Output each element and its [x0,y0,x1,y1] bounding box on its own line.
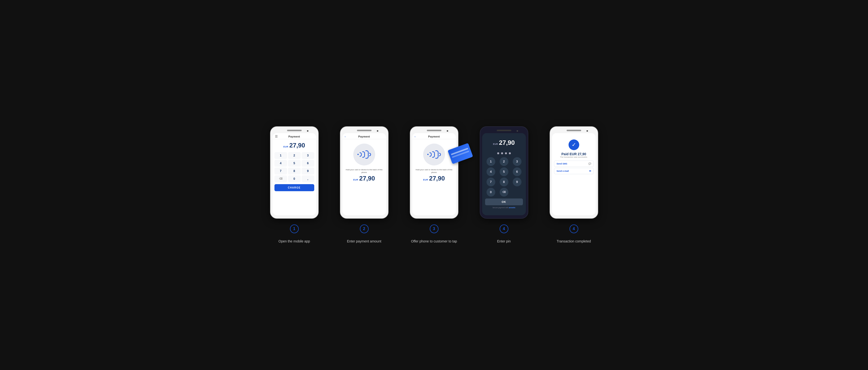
key-1[interactable]: 1 [274,152,287,159]
nfc-wave-3-3 [435,150,438,159]
pin-key-2[interactable]: 2 [500,157,508,166]
nfc-dot-3 [427,154,429,155]
pin-key-4[interactable]: 4 [487,167,495,176]
success-checkmark: ✓ [568,139,579,150]
pin-key-5[interactable]: 5 [500,167,508,176]
phone-notch-2 [357,130,372,131]
key-9[interactable]: 9 [302,168,314,174]
phone-2: ‹ Payment Hold your card or device to t [340,126,389,219]
step-label-4: Enter pin [497,239,510,244]
key-2[interactable]: 2 [288,152,301,159]
phone-notch-1 [287,130,302,131]
screen-title-1: Payment [288,135,300,138]
back-icon-3[interactable]: ‹ [415,135,416,138]
nfc-wave-3-2 [432,151,435,158]
step-number-3: 3 [430,225,438,233]
nfc-text-2: Hold your card or device to the back of … [344,168,384,174]
nfc-wave-3-4 [439,153,441,156]
screen-4: EUR 27,90 1 2 3 4 [482,133,526,215]
step-4: EUR 27,90 1 2 3 4 [475,126,533,244]
menu-icon[interactable]: ☰ [275,135,278,138]
screen-body-4: EUR 27,90 1 2 3 4 [482,133,526,215]
back-icon-2[interactable]: ‹ [345,135,346,138]
sms-icon: 💬 [588,163,591,165]
step-number-2: 2 [360,225,369,233]
send-sms-button[interactable]: Send SMS 💬 [554,161,594,167]
charge-button[interactable]: CHARGE [274,184,314,191]
phone-4: EUR 27,90 1 2 3 4 [480,126,528,219]
nfc-wave-3-1 [430,152,432,157]
send-email-label: Send e-mail [557,170,569,172]
step-label-5: Transaction completed [557,239,591,244]
step-number-5: 4 [569,225,578,233]
key-backspace[interactable]: ⌫ [274,175,287,182]
nfc-wave-2-2 [362,151,365,158]
keypad-1: 1 2 3 4 5 6 7 8 9 ⌫ 0 , [274,152,314,182]
phone-notch-3 [427,130,441,131]
pin-keypad: 1 2 3 4 5 6 7 8 9 0 ⌫ [484,157,524,197]
phone-notch-4 [497,130,511,131]
pin-dot-3 [505,152,507,154]
pin-key-0[interactable]: 0 [487,188,495,197]
pin-key-backspace[interactable]: ⌫ [500,188,508,197]
step-label-3: Offer phone to customer to tap [411,239,457,244]
secure-text: Secure payment with aerantix [492,207,515,208]
amount-value-2: 27,90 [359,175,375,182]
email-icon: ✉ [589,170,591,172]
currency-4: EUR [493,143,498,145]
phone-5: ✓ Paid EUR 27,90 The transaction was suc… [550,126,598,219]
pin-dot-2 [501,152,503,154]
paid-title: Paid EUR 27,90 [561,152,586,156]
phone-camera-4 [517,130,518,132]
screen-title-3: Payment [428,135,440,138]
send-sms-label: Send SMS [557,163,567,165]
key-0[interactable]: 0 [288,175,301,182]
screen-1: ☰ Payment EUR 27,90 1 2 3 4 5 6 [273,133,316,215]
pin-key-3[interactable]: 3 [513,157,522,166]
amount-value-4: 27,90 [499,139,515,146]
key-6[interactable]: 6 [302,160,314,167]
phone-camera-5 [587,130,588,132]
nfc-waves-2 [358,150,371,159]
pin-key-8[interactable]: 8 [500,178,508,186]
screen-5: ✓ Paid EUR 27,90 The transaction was suc… [552,133,596,215]
amount-value-3: 27,90 [429,175,445,182]
main-scene: ☰ Payment EUR 27,90 1 2 3 4 5 6 [264,126,604,244]
dark-amount-section: EUR 27,90 [493,136,515,149]
amount-display-1: EUR 27,90 [283,142,305,149]
key-4[interactable]: 4 [274,160,287,167]
pin-dot-4 [509,152,511,154]
amount-value-1: 27,90 [289,142,305,149]
pin-dot-1 [497,152,499,154]
step-number-1: 1 [290,225,299,233]
screen-body-1: EUR 27,90 1 2 3 4 5 6 7 8 9 ⌫ 0 [273,139,316,215]
ok-button[interactable]: OK [485,198,523,205]
key-5[interactable]: 5 [288,160,301,167]
step-number-4: 4 [500,225,508,233]
amount-display-3: EUR 27,90 [423,175,445,182]
screen-header-2: ‹ Payment [342,133,386,139]
send-email-button[interactable]: Send e-mail ✉ [554,168,594,174]
pin-key-6[interactable]: 6 [513,167,522,176]
currency-1: EUR [283,145,288,148]
key-7[interactable]: 7 [274,168,287,174]
amount-display-2: EUR 27,90 [353,175,375,182]
step-1: ☰ Payment EUR 27,90 1 2 3 4 5 6 [265,126,323,244]
step-3: ‹ Payment Hold your card or device to t [405,126,463,244]
key-8[interactable]: 8 [288,168,301,174]
nfc-circle-2 [353,144,375,166]
brand-name: aerantix [509,207,516,208]
step-label-2: Enter payment amount [347,239,381,244]
key-3[interactable]: 3 [302,152,314,159]
pin-key-7[interactable]: 7 [487,178,495,186]
screen-3: ‹ Payment Hold your card or device to t [412,133,456,215]
nfc-wave-2-1 [360,152,362,157]
pin-key-1[interactable]: 1 [487,157,495,166]
paid-sub: The transaction was successful. [560,156,587,158]
amount-display-4: EUR 27,90 [493,139,515,146]
key-comma[interactable]: , [302,175,314,182]
phone-notch-5 [567,130,581,131]
phone-3: ‹ Payment Hold your card or device to t [410,126,458,219]
currency-2: EUR [353,178,359,181]
pin-key-9[interactable]: 9 [513,178,522,186]
